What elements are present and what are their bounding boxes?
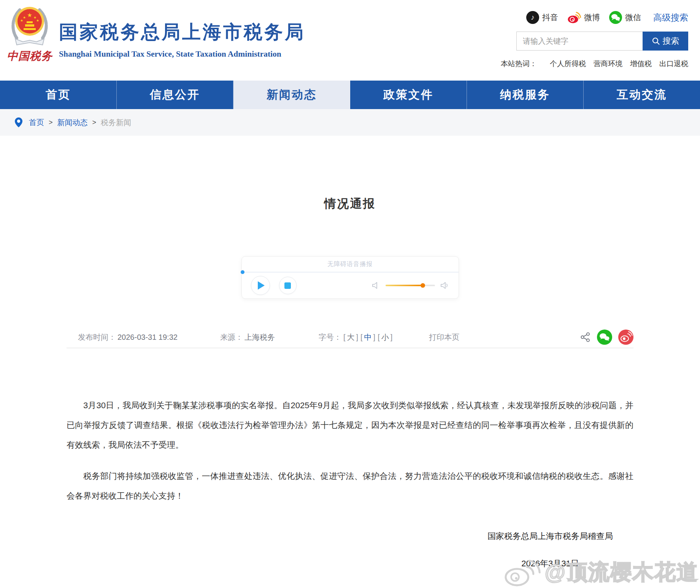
article-paragraph: 3月30日，我局收到关于鞠某某涉税事项的实名举报。自2025年9月起，我局多次收… bbox=[67, 396, 633, 455]
publish-time-value: 2026-03-31 19:32 bbox=[117, 333, 178, 342]
breadcrumb-separator: > bbox=[49, 119, 53, 127]
article-meta: 发布时间： 2026-03-31 19:32 来源： 上海税务 字号： [大] … bbox=[67, 326, 633, 348]
font-size-medium[interactable]: [中] bbox=[360, 332, 376, 342]
wechat-label: 微信 bbox=[625, 12, 641, 23]
svg-text:★: ★ bbox=[20, 19, 23, 22]
signature-block: 国家税务总局上海市税务局稽查局 2026年3月31日 bbox=[487, 531, 613, 569]
douyin-label: 抖音 bbox=[542, 12, 558, 23]
audio-player-controls bbox=[242, 273, 459, 298]
font-size-small[interactable]: [小] bbox=[377, 332, 393, 342]
weibo-share-icon bbox=[618, 330, 633, 345]
play-button[interactable] bbox=[251, 276, 270, 295]
share-weibo-button[interactable] bbox=[618, 330, 633, 345]
volume-high-icon bbox=[440, 282, 449, 289]
publish-time-label: 发布时间： bbox=[78, 332, 116, 342]
hot-word-link[interactable]: 营商环境 bbox=[594, 59, 622, 69]
volume-low-icon bbox=[372, 282, 380, 289]
audio-player: 无障碍语音播报 bbox=[241, 256, 459, 299]
site-header: ★ ★ ★ ★ ★ 中国税务 国家税务总局上海市税务局 Shanghai Mun… bbox=[0, 0, 700, 81]
main-nav: 首页 信息公开 新闻动态 政策文件 纳税服务 互动交流 bbox=[0, 81, 700, 109]
location-pin-icon bbox=[14, 117, 23, 128]
signature-date: 2026年3月31日 bbox=[487, 558, 613, 569]
site-title-cn: 国家税务总局上海市税务局 bbox=[59, 20, 305, 45]
svg-text:★: ★ bbox=[36, 19, 39, 22]
svg-text:★: ★ bbox=[23, 16, 26, 19]
audio-player-label: 无障碍语音播报 bbox=[327, 260, 373, 268]
article-title: 情况通报 bbox=[0, 136, 700, 212]
hot-words-row: 本站热词： 个人所得税 营商环境 增值税 出口退税 bbox=[407, 59, 688, 69]
page: ★ ★ ★ ★ ★ 中国税务 国家税务总局上海市税务局 Shanghai Mun… bbox=[0, 0, 700, 588]
font-size-control: 字号： [大] [中] [小] bbox=[319, 332, 393, 342]
weibo-link[interactable]: 微博 bbox=[567, 11, 600, 24]
volume-fill bbox=[386, 285, 423, 286]
font-size-label: 字号： bbox=[319, 332, 341, 342]
play-icon bbox=[258, 281, 265, 290]
article-body: 3月30日，我局收到关于鞠某某涉税事项的实名举报。自2025年9月起，我局多次收… bbox=[67, 348, 633, 506]
social-row: ♪ 抖音 微博 bbox=[407, 10, 688, 25]
stop-button[interactable] bbox=[279, 277, 297, 294]
hot-word-link[interactable]: 个人所得税 bbox=[550, 59, 586, 69]
audio-player-header: 无障碍语音播报 bbox=[242, 257, 459, 273]
douyin-icon: ♪ bbox=[526, 11, 539, 24]
nav-item-tax-service[interactable]: 纳税服务 bbox=[467, 81, 584, 109]
nav-item-interaction[interactable]: 互动交流 bbox=[584, 81, 700, 109]
source-label: 来源： bbox=[220, 332, 243, 342]
site-title-en: Shanghai Municipal Tax Service, State Ta… bbox=[59, 49, 305, 59]
advanced-search-link[interactable]: 高级搜索 bbox=[653, 12, 688, 24]
volume-group bbox=[372, 282, 449, 289]
publish-time: 发布时间： 2026-03-31 19:32 bbox=[78, 332, 178, 342]
breadcrumb: 首页 > 新闻动态 > 税务新闻 bbox=[0, 109, 700, 136]
svg-text:★: ★ bbox=[27, 12, 32, 18]
source-value: 上海税务 bbox=[244, 332, 275, 342]
share-nodes-icon bbox=[580, 332, 591, 342]
breadcrumb-separator: > bbox=[92, 119, 97, 127]
wechat-share-icon bbox=[597, 330, 612, 345]
logo-caption: 中国税务 bbox=[5, 49, 55, 64]
wechat-link[interactable]: 微信 bbox=[609, 11, 641, 24]
wechat-icon bbox=[609, 11, 622, 24]
volume-knob[interactable] bbox=[421, 283, 425, 288]
nav-item-news[interactable]: 新闻动态 bbox=[233, 81, 350, 109]
douyin-link[interactable]: ♪ 抖音 bbox=[526, 11, 558, 24]
print-page-button[interactable]: 打印本页 bbox=[429, 332, 459, 342]
nav-item-home[interactable]: 首页 bbox=[0, 81, 117, 109]
source: 来源： 上海税务 bbox=[220, 332, 275, 342]
audio-progress-dot bbox=[241, 270, 244, 274]
search-input[interactable] bbox=[516, 32, 643, 51]
share-icons bbox=[580, 330, 633, 345]
search-button[interactable]: 搜索 bbox=[643, 32, 688, 51]
breadcrumb-news[interactable]: 新闻动态 bbox=[57, 117, 88, 128]
header-right: ♪ 抖音 微博 bbox=[407, 10, 688, 69]
site-titles: 国家税务总局上海市税务局 Shanghai Municipal Tax Serv… bbox=[59, 20, 305, 59]
volume-slider[interactable] bbox=[386, 285, 435, 286]
nav-item-policy[interactable]: 政策文件 bbox=[350, 81, 467, 109]
tax-emblem-icon: ★ ★ ★ ★ ★ bbox=[8, 2, 51, 49]
search-icon bbox=[652, 37, 660, 45]
article-paragraph: 税务部门将持续加强税收监管，一体推进查处违法、优化执法、促进守法、保护合法，努力… bbox=[67, 466, 633, 506]
breadcrumb-home[interactable]: 首页 bbox=[29, 117, 44, 128]
share-wechat-button[interactable] bbox=[597, 330, 612, 345]
weibo-icon bbox=[567, 11, 581, 24]
site-logo[interactable]: ★ ★ ★ ★ ★ 中国税务 bbox=[5, 2, 55, 64]
hot-words-label: 本站热词： bbox=[501, 59, 537, 69]
font-size-large[interactable]: [大] bbox=[343, 332, 359, 342]
signature-name: 国家税务总局上海市税务局稽查局 bbox=[487, 531, 613, 542]
weibo-label: 微博 bbox=[584, 12, 600, 23]
share-button[interactable] bbox=[580, 332, 591, 342]
hot-word-link[interactable]: 增值税 bbox=[630, 59, 652, 69]
article: 情况通报 无障碍语音播报 bbox=[0, 136, 700, 588]
search-bar: 搜索 bbox=[407, 32, 688, 51]
search-button-label: 搜索 bbox=[663, 35, 679, 47]
breadcrumb-current: 税务新闻 bbox=[101, 117, 131, 128]
nav-item-info-disclosure[interactable]: 信息公开 bbox=[117, 81, 233, 109]
stop-icon bbox=[284, 282, 291, 289]
hot-word-link[interactable]: 出口退税 bbox=[659, 59, 688, 69]
